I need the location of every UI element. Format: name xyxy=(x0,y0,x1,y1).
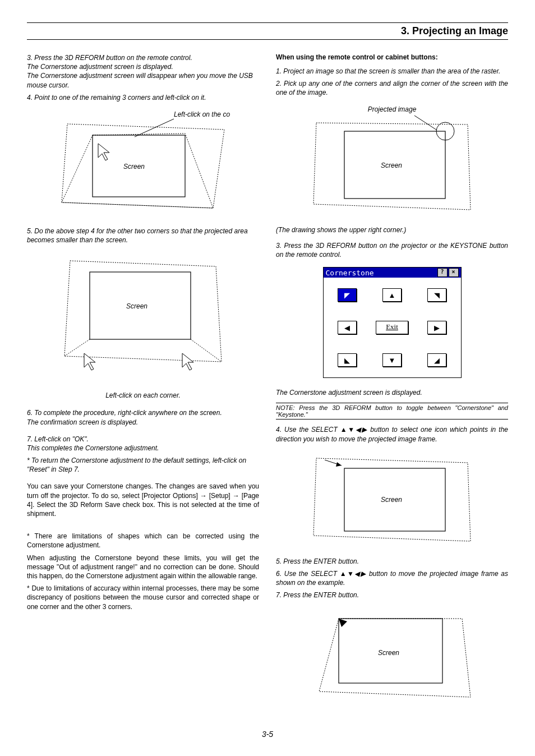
arrow-right-button[interactable]: ▶ xyxy=(427,321,446,334)
para-save: You can save your Cornerstone changes. T… xyxy=(27,482,259,518)
r-step-1: 1. Project an image so that the screen i… xyxy=(276,67,508,76)
fig3-screen: Screen xyxy=(381,162,402,169)
svg-marker-18 xyxy=(339,619,347,627)
fig2-caption: Left-click on each corner. xyxy=(27,391,259,399)
chapter-title: 3. Projecting an Image xyxy=(27,25,508,40)
ui-caption: The Cornerstone adjustment screen is dis… xyxy=(276,388,508,397)
para-limit1: * There are limitations of shapes which … xyxy=(27,532,259,550)
figure-5: Screen xyxy=(276,607,508,703)
right-column: When using the remote control or cabinet… xyxy=(276,53,508,713)
r-step-3: 3. Press the 3D REFORM button on the pro… xyxy=(276,241,508,259)
arrow-down-button[interactable]: ▼ xyxy=(382,353,402,367)
svg-marker-15 xyxy=(336,462,342,467)
figure-2: Screen xyxy=(27,252,259,381)
fig2-screen: Screen xyxy=(126,302,147,310)
r-step-7: 7. Press the ENTER button. xyxy=(276,591,508,600)
para-limit2: When adjusting the Cornerstone beyond th… xyxy=(27,554,259,581)
exit-button[interactable]: Exit xyxy=(376,321,408,334)
fig3-annot: Projected image xyxy=(368,105,417,113)
r-step-2: 2. Pick up any one of the corners and al… xyxy=(276,79,508,97)
fig1-screen: Screen xyxy=(123,163,145,170)
svg-line-7 xyxy=(191,339,222,362)
fig5-screen: Screen xyxy=(378,649,399,657)
svg-line-8 xyxy=(414,116,437,130)
step-5: 5. Do the above step 4 for the other two… xyxy=(27,227,259,245)
right-heading: When using the remote control or cabinet… xyxy=(276,53,508,61)
arrow-up-right-button[interactable]: ◥ xyxy=(427,288,446,302)
note-box: NOTE: Press the 3D REFORM button to togg… xyxy=(276,403,508,420)
arrow-up-button[interactable]: ▲ xyxy=(382,288,402,302)
step3-line1: 3. Press the 3D REFORM button on the rem… xyxy=(27,54,192,62)
svg-marker-4 xyxy=(64,261,222,362)
arrow-down-right-button[interactable]: ◢ xyxy=(427,353,446,367)
figure-1: Left-click on the corner. Screen xyxy=(27,110,259,216)
step-7: 7. Left-click on "OK". This completes th… xyxy=(27,435,259,453)
step-6: 6. To complete the procedure, right-clic… xyxy=(27,408,259,426)
arrow-left-button[interactable]: ◀ xyxy=(338,321,357,334)
step-3: 3. Press the 3D REFORM button on the rem… xyxy=(27,53,259,90)
help-icon[interactable]: ? xyxy=(437,268,448,277)
arrow-up-left-button[interactable]: ◤ xyxy=(338,288,357,302)
step-star: * To return the Cornerstone adjustment t… xyxy=(27,456,259,474)
arrow-down-left-button[interactable]: ◣ xyxy=(338,353,357,367)
step-4: 4. Point to one of the remaining 3 corne… xyxy=(27,93,259,102)
left-column: 3. Press the 3D REFORM button on the rem… xyxy=(27,53,259,713)
svg-line-6 xyxy=(64,339,90,356)
r-step-5: 5. Press the ENTER button. xyxy=(276,557,508,566)
ui-titlebar: Cornerstone ? × xyxy=(324,268,461,278)
fig3-caption: (The drawing shows the upper right corne… xyxy=(276,225,508,234)
cornerstone-ui: Cornerstone ? × ◤ ▲ ◥ ◀ Exit ▶ ◣ ▼ ◢ xyxy=(276,267,508,378)
r-step-4: 4. Use the SELECT ▲▼◀▶ button to select … xyxy=(276,425,508,443)
fig1-annot: Left-click on the corner. xyxy=(174,110,230,118)
page-number: 3-5 xyxy=(27,730,508,739)
r-step-6: 6. Use the SELECT ▲▼◀▶ button to move th… xyxy=(276,569,508,587)
step3-line3: The Cornerstone adjustment screen will d… xyxy=(27,72,253,89)
close-icon[interactable]: × xyxy=(449,268,459,277)
step3-line2: The Cornerstone adjustment screen is dis… xyxy=(27,63,173,71)
figure-3: Projected image Screen xyxy=(276,105,508,215)
para-limit3: * Due to limitations of accuracy within … xyxy=(27,584,259,611)
figure-4: Screen xyxy=(276,451,508,547)
svg-marker-16 xyxy=(319,619,471,697)
ui-title-text: Cornerstone xyxy=(326,269,436,277)
fig4-screen: Screen xyxy=(381,496,402,504)
